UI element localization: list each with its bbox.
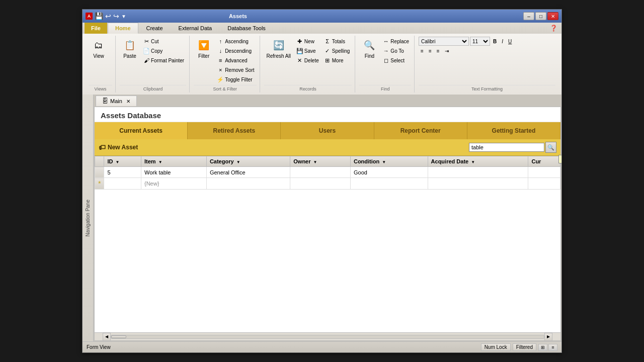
more-button[interactable]: ⊞ More [322,56,352,65]
view-mode-table-button[interactable]: ≡ [548,344,557,351]
cell-acquired-1[interactable] [428,167,528,178]
cell-item-1[interactable]: Work table [141,167,206,178]
quick-access-redo[interactable]: ↪ [113,12,119,20]
delete-record-button[interactable]: ✕ Delete [294,56,321,65]
table-row[interactable]: 5 Work table General Office Good [95,167,560,178]
cell-item-new[interactable]: {New} [141,178,206,190]
tab-users[interactable]: Users [281,122,374,139]
search-icon: 🔍 [547,144,554,151]
copy-button[interactable]: 📄 Copy [141,46,186,55]
col-header-item[interactable]: Item ▼ [141,156,206,167]
table-new-row[interactable]: * {New} [95,178,560,190]
cell-id-new[interactable] [104,178,141,190]
views-buttons: 🗂 View [89,37,112,84]
cell-category-1[interactable]: General Office [206,167,290,178]
col-header-category[interactable]: Category ▼ [206,156,290,167]
quick-access-undo[interactable]: ↩ [105,12,111,20]
replace-icon: ↔ [382,38,389,45]
col-header-owner[interactable]: Owner ▼ [290,156,351,167]
cell-condition-1[interactable]: Good [350,167,428,178]
tab-external-data[interactable]: External Data [171,23,220,34]
window-controls: – □ ✕ [523,12,558,20]
bold-button[interactable]: B [491,38,499,45]
new-asset-button[interactable]: 🏷 New Asset [99,143,138,151]
ribbon-help[interactable]: ❓ [548,23,559,34]
main-panel-close[interactable]: ✕ [126,99,130,104]
view-button[interactable]: 🗂 View [89,37,109,60]
more-icon: ⊞ [324,57,331,64]
tab-home[interactable]: Home [108,23,138,34]
spelling-button[interactable]: ✓ Spelling [322,46,352,55]
col-header-condition[interactable]: Condition ▼ [350,156,428,167]
tab-database-tools[interactable]: Database Tools [220,23,273,34]
select-icon: ◻ [382,57,389,64]
tab-getting-started[interactable]: Getting Started [467,122,560,139]
tab-retired-assets[interactable]: Retired Assets [188,122,281,139]
select-button[interactable]: ◻ Select [380,56,411,65]
cell-category-new[interactable] [206,178,290,190]
col-header-id[interactable]: ID ▼ [104,156,141,167]
tab-report-center[interactable]: Report Center [374,122,467,139]
font-family-select[interactable]: Calibri [419,37,469,46]
new-record-button[interactable]: ✚ New [294,37,321,46]
cell-condition-new[interactable] [350,178,428,190]
quick-access-save[interactable]: 💾 [95,12,103,20]
scroll-right-button[interactable]: ▶ [544,333,552,341]
cell-id-1[interactable]: 5 [104,167,141,178]
ascending-button[interactable]: ↑ Ascending [215,37,256,46]
cell-acquired-new[interactable] [428,178,528,190]
save-record-button[interactable]: 💾 Save [294,46,321,55]
align-right-button[interactable]: ≡ [435,47,442,55]
indent-button[interactable]: ⇥ [443,47,451,55]
search-button[interactable]: 🔍 [545,142,556,153]
maximize-button[interactable]: □ [535,12,546,20]
table-scroll[interactable]: ID ▼ Item ▼ Category ▼ [95,156,560,332]
ribbon-group-records: 🔄 Refresh All ✚ New 💾 Save ✕ Delete [261,36,356,93]
filter-button[interactable]: 🔽 Filter [194,37,214,60]
toggle-filter-button[interactable]: ⚡ Toggle Filter [215,75,256,84]
cell-cur-1[interactable] [528,167,560,178]
search-input[interactable] [469,143,544,152]
font-size-select[interactable]: 11 [470,37,490,46]
align-left-button[interactable]: ≡ [419,47,426,55]
goto-button[interactable]: → Go To [380,46,411,55]
clipboard-label: Clipboard [120,85,186,92]
find-button[interactable]: 🔍 Find [359,37,379,60]
view-mode-form-button[interactable]: ⊞ [538,344,547,351]
horizontal-scrollbar[interactable]: ◀ ▶ [95,332,560,340]
clipboard-buttons: 📋 Paste ✂ Cut 📄 Copy 🖌 Format Painter [120,37,186,84]
cell-cur-new[interactable] [528,178,560,190]
delete-record-icon: ✕ [296,57,303,64]
tab-file[interactable]: File [85,23,107,34]
remove-sort-button[interactable]: × Remove Sort [215,65,256,74]
descending-button[interactable]: ↓ Descending [215,46,256,55]
cut-button[interactable]: ✂ Cut [141,37,186,46]
quick-access-dropdown[interactable]: ▼ [121,14,126,19]
navigation-pane[interactable]: Navigation Pane [83,95,94,341]
totals-button[interactable]: Σ Totals [322,37,352,46]
scroll-left-button[interactable]: ◀ [103,333,111,341]
scroll-thumb[interactable] [111,335,126,338]
ribbon-group-sort-filter: 🔽 Filter ↑ Ascending ↓ Descending ≡ Adva… [191,36,260,93]
tab-current-assets[interactable]: Current Assets [95,122,188,139]
refresh-all-button[interactable]: 🔄 Refresh All [264,37,293,60]
col-header-cur[interactable]: Cur [528,156,560,167]
owner-sort-icon: ▼ [313,160,317,164]
underline-button[interactable]: U [506,38,514,45]
scroll-track[interactable] [111,335,544,339]
new-asset-label: New Asset [108,144,138,151]
tab-create[interactable]: Create [139,23,171,34]
close-button[interactable]: ✕ [547,12,558,20]
format-painter-button[interactable]: 🖌 Format Painter [141,56,186,65]
cell-owner-new[interactable] [290,178,351,190]
records-col2: Σ Totals ✓ Spelling ⊞ More [322,37,352,65]
minimize-button[interactable]: – [523,12,534,20]
col-header-acquired-date[interactable]: Acquired Date ▼ [428,156,528,167]
cell-owner-1[interactable] [290,167,351,178]
align-center-button[interactable]: ≡ [427,47,434,55]
replace-button[interactable]: ↔ Replace [380,37,411,46]
italic-button[interactable]: I [500,38,505,45]
paste-button[interactable]: 📋 Paste [120,37,140,60]
advanced-button[interactable]: ≡ Advanced [215,56,256,65]
main-panel-tab[interactable]: 🗄 Main ✕ [96,96,137,106]
